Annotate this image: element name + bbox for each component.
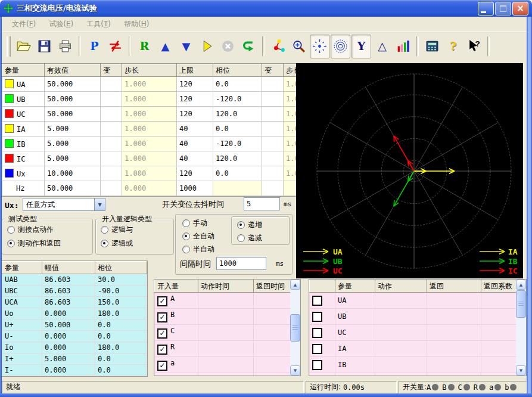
close-button[interactable]: × (512, 2, 528, 15)
undo-button[interactable] (239, 35, 259, 58)
rings-view-button[interactable] (331, 35, 350, 58)
checkbox-icon[interactable] (312, 296, 322, 306)
radio-direction-1[interactable]: 递减 (237, 233, 262, 243)
scroll-down-icon[interactable]: ▼ (516, 365, 526, 376)
open-file-button[interactable] (14, 35, 33, 58)
radio-direction-0[interactable]: 递增 (237, 220, 262, 230)
action-table-scrollbar[interactable]: ▲ ▼ (516, 280, 526, 376)
radio-icon[interactable] (182, 219, 190, 227)
delta-connection-button[interactable]: △ (372, 35, 392, 58)
cell-var2[interactable] (262, 107, 284, 122)
harmonics-bars-button[interactable] (393, 35, 413, 58)
cell-phase[interactable]: 0.0 (213, 122, 262, 137)
reset-r-button[interactable]: R (135, 35, 154, 58)
menu-item-E[interactable]: 试验(E) (42, 19, 80, 29)
maximize-button[interactable] (495, 2, 511, 15)
cell-rms[interactable]: 5.000 (45, 122, 101, 137)
scroll-up-icon[interactable]: ▲ (516, 280, 526, 290)
radio-icon[interactable] (237, 221, 245, 229)
cell-rms[interactable]: 50.000 (45, 181, 101, 196)
cell-limit[interactable]: 40 (177, 151, 213, 166)
radio-icon[interactable] (182, 246, 190, 253)
y-connection-button[interactable]: Y (351, 35, 371, 58)
cell-var2[interactable] (262, 181, 284, 196)
vector-diagram-button[interactable] (268, 35, 288, 58)
cell-var2[interactable] (262, 77, 284, 92)
radio-mode-1[interactable]: 全自动 (182, 231, 214, 241)
cell-limit[interactable]: 40 (177, 122, 213, 137)
context-help-button[interactable]: ? (464, 35, 484, 58)
cell-var1[interactable] (101, 122, 122, 137)
menu-item-T[interactable]: 工具(T) (80, 19, 117, 29)
scroll-thumb[interactable] (516, 290, 526, 318)
cell-var1[interactable] (101, 137, 122, 151)
cell-limit[interactable]: 120 (177, 166, 213, 181)
menu-item-F[interactable]: 文件(F) (5, 19, 42, 29)
radio-icon[interactable] (7, 240, 15, 247)
radio-mode-0[interactable]: 手动 (182, 218, 207, 228)
cell-limit[interactable]: 120 (177, 107, 213, 122)
cell-rms[interactable]: 50.000 (45, 92, 101, 107)
ux-mode-select[interactable]: 任意方式 ▼ (23, 198, 105, 211)
radio-logic-type-0[interactable]: 逻辑与 (101, 225, 133, 235)
modify-output-button[interactable] (105, 35, 125, 58)
checkbox-icon[interactable]: ✓ (157, 345, 167, 355)
raise-value-button[interactable]: ▲ (155, 35, 175, 58)
cell-phase[interactable]: -120.0 (213, 137, 262, 151)
radio-icon[interactable] (7, 226, 15, 234)
cell-var2[interactable] (262, 122, 284, 137)
radio-icon[interactable] (101, 226, 108, 234)
scroll-thumb[interactable] (290, 314, 300, 342)
radio-test-type-1[interactable]: 测动作和返回 (7, 238, 61, 249)
cell-var1[interactable] (101, 151, 122, 166)
checkbox-icon[interactable] (312, 344, 322, 354)
radio-test-type-0[interactable]: 测接点动作 (7, 225, 54, 235)
cell-var1[interactable] (101, 77, 122, 92)
cell-var2[interactable] (262, 137, 284, 151)
cell-limit[interactable]: 40 (177, 137, 213, 151)
cell-var2[interactable] (262, 92, 284, 107)
cell-rms[interactable]: 50.000 (45, 107, 101, 122)
radio-icon[interactable] (182, 232, 190, 240)
cell-phase[interactable]: 0.0 (213, 166, 262, 181)
switch-table-scrollbar[interactable]: ▲ ▼ (290, 280, 300, 376)
cell-limit[interactable]: 120 (177, 77, 213, 92)
minimize-button[interactable] (478, 2, 494, 15)
radio-icon[interactable] (101, 240, 108, 247)
cell-rms[interactable]: 50.000 (45, 77, 101, 92)
cell-var1[interactable] (101, 107, 122, 122)
cell-var1[interactable] (101, 181, 122, 196)
interval-input[interactable] (216, 257, 266, 270)
menu-item-H[interactable]: 帮助(H) (117, 19, 155, 29)
scroll-up-icon[interactable]: ▲ (290, 280, 300, 290)
cell-var1[interactable] (101, 166, 122, 181)
radio-mode-2[interactable]: 半自动 (182, 244, 214, 255)
cell-phase[interactable] (213, 181, 262, 196)
start-test-button[interactable] (197, 35, 217, 58)
rays-view-button[interactable] (310, 35, 329, 58)
cell-rms[interactable]: 5.000 (45, 137, 101, 151)
calculator-button[interactable] (422, 35, 442, 58)
set-params-p-button[interactable]: P (85, 35, 104, 58)
cell-limit[interactable]: 120 (177, 92, 213, 107)
cell-var1[interactable] (101, 92, 122, 107)
cell-rms[interactable]: 5.000 (45, 151, 101, 166)
radio-logic-type-1[interactable]: 逻辑或 (101, 238, 133, 249)
cell-phase[interactable]: 0.0 (213, 77, 262, 92)
zoom-in-button[interactable] (289, 35, 309, 58)
cell-phase[interactable]: 120.0 (213, 107, 262, 122)
print-button[interactable] (55, 35, 75, 58)
lower-value-button[interactable]: ▼ (176, 35, 196, 58)
checkbox-icon[interactable] (312, 312, 322, 322)
scroll-down-icon[interactable]: ▼ (290, 365, 300, 376)
checkbox-icon[interactable]: ✓ (157, 296, 167, 306)
cell-phase[interactable]: -120.0 (213, 92, 262, 107)
checkbox-icon[interactable] (312, 328, 322, 338)
cell-var2[interactable] (262, 151, 284, 166)
help-button[interactable]: ? (443, 35, 463, 58)
radio-icon[interactable] (237, 234, 245, 242)
cell-rms[interactable]: 10.000 (45, 166, 101, 181)
checkbox-icon[interactable] (312, 360, 322, 370)
debounce-input[interactable] (244, 197, 280, 210)
checkbox-icon[interactable]: ✓ (157, 312, 167, 322)
